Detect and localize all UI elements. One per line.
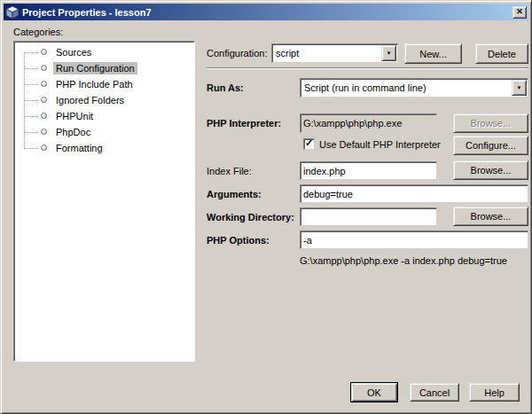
- node-icon: [41, 65, 47, 71]
- node-icon: [41, 113, 47, 119]
- cancel-button[interactable]: Cancel: [410, 383, 459, 402]
- working-directory-label: Working Directory:: [207, 212, 294, 223]
- use-default-checkbox[interactable]: ✓: [303, 138, 315, 150]
- chevron-down-icon[interactable]: ▼: [381, 45, 396, 61]
- working-directory-field[interactable]: [300, 207, 437, 226]
- tree-connector: [24, 148, 38, 149]
- project-cube-icon: [5, 5, 20, 20]
- node-icon: [41, 129, 47, 135]
- close-icon[interactable]: ✕: [512, 6, 527, 19]
- category-label: Formatting: [53, 142, 106, 154]
- index-file-label: Index File:: [207, 166, 252, 176]
- window-title: Project Properties - lesson7: [22, 7, 512, 18]
- category-label: PHP Include Path: [53, 78, 136, 90]
- categories-label: Categories:: [13, 27, 63, 37]
- tree-connector: [24, 116, 38, 117]
- run-as-label: Run As:: [207, 82, 244, 93]
- run-as-select[interactable]: Script (run in command line) ▼: [300, 78, 528, 98]
- node-icon: [41, 49, 47, 55]
- category-item-phpdoc[interactable]: PhpDoc: [14, 124, 194, 140]
- category-label: Run Configuration: [53, 62, 137, 74]
- command-preview: G:\xampp\php\php.exe -a index.php debug=…: [300, 255, 507, 266]
- configuration-select[interactable]: script ▼: [271, 43, 398, 63]
- category-item-php-include-path[interactable]: PHP Include Path: [14, 76, 194, 92]
- browse-workdir-button[interactable]: Browse...: [453, 207, 528, 226]
- tree-connector: [24, 132, 38, 133]
- node-icon: [41, 145, 47, 151]
- configuration-value: script: [272, 48, 380, 59]
- category-label: PhpDoc: [53, 126, 93, 138]
- new-button[interactable]: New...: [404, 43, 462, 64]
- ok-button[interactable]: OK: [351, 383, 397, 402]
- tree-connector: [24, 52, 38, 53]
- arguments-label: Arguments:: [207, 189, 262, 199]
- category-item-ignored-folders[interactable]: Ignored Folders: [14, 92, 194, 108]
- configure-button[interactable]: Configure...: [453, 136, 528, 155]
- category-label: Ignored Folders: [53, 94, 127, 106]
- categories-tree[interactable]: SourcesRun ConfigurationPHP Include Path…: [13, 41, 195, 362]
- title-bar[interactable]: Project Properties - lesson7 ✕: [4, 4, 528, 20]
- chevron-down-icon[interactable]: ▼: [512, 80, 527, 96]
- browse-interpreter-button: Browse...: [453, 113, 528, 133]
- check-icon: ✓: [305, 138, 313, 148]
- project-properties-dialog: Project Properties - lesson7 ✕ Categorie…: [0, 0, 532, 414]
- php-options-label: PHP Options:: [207, 235, 270, 246]
- php-options-field[interactable]: [300, 230, 528, 249]
- use-default-label: Use Default PHP Interpreter: [319, 139, 441, 150]
- arguments-field[interactable]: [300, 184, 528, 203]
- browse-index-button[interactable]: Browse...: [453, 160, 528, 180]
- category-label: Sources: [53, 46, 94, 59]
- index-file-field[interactable]: [300, 161, 437, 180]
- node-icon: [41, 81, 47, 87]
- run-as-value: Script (run in command line): [301, 82, 511, 93]
- category-item-run-configuration[interactable]: Run Configuration: [14, 60, 194, 76]
- node-icon: [41, 97, 47, 103]
- tree-connector: [24, 68, 38, 69]
- configuration-label: Configuration:: [207, 48, 268, 59]
- tree-connector: [24, 84, 38, 85]
- help-button[interactable]: Help: [469, 383, 520, 402]
- category-item-phpunit[interactable]: PHPUnit: [14, 108, 194, 124]
- php-interpreter-field: [300, 113, 437, 133]
- tree-connector: [24, 100, 38, 101]
- category-label: PHPUnit: [53, 110, 96, 122]
- php-interpreter-label: PHP Interpreter:: [207, 118, 281, 129]
- categories-tree-rows: SourcesRun ConfigurationPHP Include Path…: [14, 44, 194, 156]
- category-item-formatting[interactable]: Formatting: [14, 140, 194, 156]
- category-item-sources[interactable]: Sources: [14, 44, 194, 60]
- delete-button[interactable]: Delete: [475, 43, 528, 64]
- separator: [207, 67, 528, 69]
